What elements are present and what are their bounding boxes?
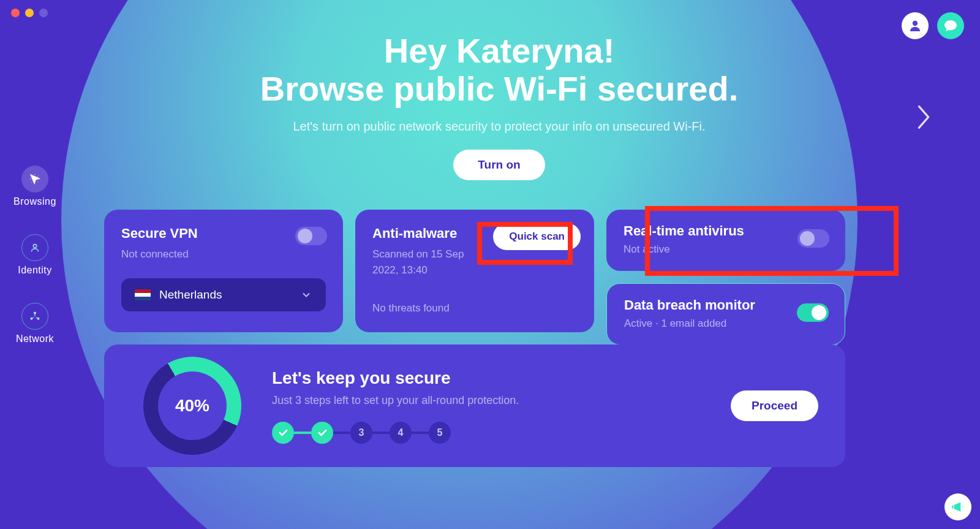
breach-status: Active · 1 email added	[624, 316, 827, 332]
close-window-button[interactable]	[11, 9, 20, 17]
malware-scanned: Scanned on 15 Sep 2022, 13:40	[372, 246, 577, 278]
step-5: 5	[429, 422, 451, 444]
step-2	[311, 422, 333, 444]
secure-title: Let's keep you secure	[272, 368, 700, 388]
anti-malware-card[interactable]: Anti-malware Quick scan Scanned on 15 Se…	[355, 210, 594, 332]
data-breach-card[interactable]: Data breach monitor Active · 1 email add…	[606, 283, 845, 346]
netherlands-flag-icon	[135, 289, 151, 300]
progress-percent: 40%	[143, 357, 241, 455]
vpn-country-dropdown[interactable]: Netherlands	[121, 278, 326, 311]
announcements-button[interactable]	[944, 493, 971, 520]
proceed-button[interactable]: Proceed	[731, 390, 818, 421]
account-button[interactable]	[902, 12, 929, 39]
antivirus-toggle[interactable]	[797, 229, 829, 248]
secure-vpn-card[interactable]: Secure VPN Not connected Netherlands	[104, 210, 343, 332]
vpn-toggle[interactable]	[295, 227, 327, 245]
check-icon	[317, 427, 328, 438]
turn-on-button[interactable]: Turn on	[453, 150, 545, 180]
nav-identity-label: Identity	[18, 265, 52, 276]
svg-point-0	[913, 21, 918, 26]
vpn-country-label: Netherlands	[159, 288, 292, 302]
setup-steps: 3 4 5	[272, 422, 700, 444]
check-icon	[277, 427, 288, 438]
megaphone-icon	[950, 499, 966, 515]
minimize-window-button[interactable]	[25, 9, 34, 17]
hero-section: Hey Kateryna! Browse public Wi-Fi secure…	[104, 32, 894, 180]
side-navigation: Browsing Identity Network	[11, 166, 59, 344]
person-icon	[908, 18, 922, 33]
nav-identity[interactable]: Identity	[18, 234, 52, 276]
chevron-right-icon	[915, 103, 931, 131]
antivirus-card[interactable]: Real-time antivirus Not active	[606, 210, 845, 271]
step-3: 3	[350, 422, 372, 444]
secure-subtitle: Just 3 steps left to set up your all-rou…	[272, 394, 700, 407]
nav-network-label: Network	[16, 333, 54, 344]
quick-scan-button[interactable]: Quick scan	[493, 223, 581, 250]
chat-button[interactable]	[937, 12, 964, 39]
cursor-icon	[28, 172, 42, 186]
window-controls	[11, 9, 48, 17]
hero-title: Hey Kateryna! Browse public Wi-Fi secure…	[104, 32, 894, 107]
step-1	[272, 422, 294, 444]
nav-browsing-label: Browsing	[13, 196, 56, 207]
progress-donut: 40%	[143, 357, 241, 455]
hero-subtitle: Let's turn on public network security to…	[104, 120, 894, 134]
vpn-status: Not connected	[121, 246, 326, 262]
next-tip-button[interactable]	[915, 103, 931, 134]
malware-result: No threats found	[372, 302, 577, 314]
nav-browsing[interactable]: Browsing	[13, 166, 56, 207]
antivirus-status: Not active	[624, 242, 828, 257]
nav-network[interactable]: Network	[16, 303, 54, 344]
step-4: 4	[390, 422, 412, 444]
setup-progress-card: 40% Let's keep you secure Just 3 steps l…	[104, 344, 845, 467]
breach-toggle[interactable]	[797, 303, 829, 322]
chat-icon	[943, 18, 958, 33]
maximize-window-button[interactable]	[39, 9, 48, 17]
chevron-down-icon	[300, 289, 312, 301]
